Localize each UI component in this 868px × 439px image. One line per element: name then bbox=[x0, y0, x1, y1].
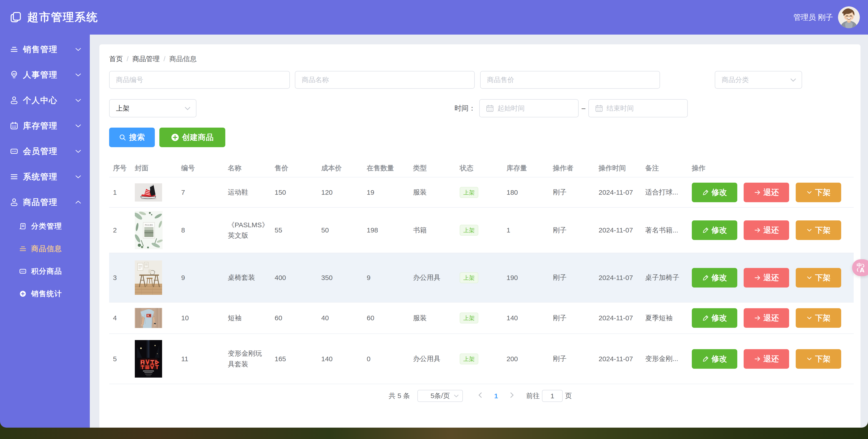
breadcrumb-item-2[interactable]: 商品信息 bbox=[169, 54, 197, 64]
table-header-row: 序号封面编号名称售价成本价在售数量类型状态库存量操作者操作时间备注操作 bbox=[109, 159, 854, 177]
sidebar-item-6[interactable]: 商品管理 bbox=[0, 189, 90, 215]
edit-icon bbox=[702, 189, 709, 196]
refund-button[interactable]: 退还 bbox=[744, 349, 789, 369]
product-name-input[interactable]: 商品名称 bbox=[295, 71, 475, 89]
column-header-11: 操作时间 bbox=[598, 159, 645, 177]
table-row-4: 4 10 短袖 60 40 60 服装 上架 140 刚子 2024-11-07… bbox=[109, 302, 854, 334]
sidebar-item-5[interactable]: 系统管理 bbox=[0, 164, 90, 189]
cell-status: 上架 bbox=[460, 253, 506, 302]
refund-button[interactable]: 退还 bbox=[744, 308, 789, 328]
sidebar-subitem-3[interactable]: 销售统计 bbox=[0, 283, 90, 305]
app-logo-icon bbox=[9, 11, 22, 24]
user-icon bbox=[9, 198, 19, 207]
arrow-right-icon bbox=[754, 315, 761, 321]
off-shelf-button[interactable]: 下架 bbox=[796, 221, 841, 240]
cell-index: 2 bbox=[109, 207, 135, 253]
admin-info[interactable]: 管理员 刚子 bbox=[794, 12, 833, 23]
end-date-input[interactable]: 结束时间 bbox=[588, 99, 688, 117]
page-size-select[interactable]: 5条/页 bbox=[417, 390, 463, 402]
cell-cover bbox=[135, 253, 181, 302]
cell-operator: 刚子 bbox=[553, 207, 598, 253]
column-header-1: 封面 bbox=[135, 159, 181, 177]
sidebar-subitem-1[interactable]: 商品信息 bbox=[0, 237, 90, 260]
sidebar-item-0[interactable]: 销售管理 bbox=[0, 37, 90, 62]
cell-cost: 40 bbox=[321, 302, 367, 334]
edit-button[interactable]: 修改 bbox=[692, 221, 737, 240]
avatar[interactable] bbox=[838, 6, 860, 28]
off-shelf-button[interactable]: 下架 bbox=[796, 308, 841, 328]
search-button[interactable]: 搜索 bbox=[109, 127, 155, 147]
products-table: 序号封面编号名称售价成本价在售数量类型状态库存量操作者操作时间备注操作 1 7 … bbox=[109, 159, 854, 384]
breadcrumb-item-1[interactable]: 商品管理 bbox=[132, 54, 160, 64]
sidebar-item-4[interactable]: 会员管理 bbox=[0, 139, 90, 164]
date-range-separator: – bbox=[579, 99, 588, 117]
calendar-icon bbox=[486, 105, 494, 112]
sidebar-item-3[interactable]: 库存管理 bbox=[0, 113, 90, 139]
table-row-3: 3 9 桌椅套装 400 350 9 办公用具 上架 190 刚子 2024-1… bbox=[109, 253, 854, 302]
brand: 超市管理系统 bbox=[9, 10, 98, 25]
cell-name: 《PASLMS》英文版 bbox=[228, 207, 275, 253]
svg-text:PSALMS: PSALMS bbox=[145, 224, 153, 226]
status-badge: 上架 bbox=[460, 313, 478, 323]
edit-icon bbox=[702, 274, 709, 281]
sidebar-item-2[interactable]: 个人中心 bbox=[0, 88, 90, 113]
translate-icon: 中 A bbox=[855, 262, 867, 274]
refund-button[interactable]: 退还 bbox=[744, 183, 789, 202]
arrow-right-icon bbox=[754, 355, 761, 362]
edit-button[interactable]: 修改 bbox=[692, 349, 737, 369]
status-select[interactable]: 上架 bbox=[109, 99, 196, 117]
cell-time: 2024-11-07 bbox=[598, 177, 645, 207]
product-code-input[interactable]: 商品编号 bbox=[109, 71, 290, 89]
cell-stock: 140 bbox=[506, 302, 553, 334]
sidebar-subitem-2[interactable]: 积分商品 bbox=[0, 260, 90, 283]
table-body: 1 7 运动鞋 150 120 19 服装 上架 180 刚子 2024-11-… bbox=[109, 177, 854, 384]
column-header-8: 状态 bbox=[460, 159, 506, 177]
list-lines-icon bbox=[9, 172, 19, 181]
cell-remark: 夏季短袖 bbox=[645, 302, 692, 334]
sidebar-subitem-0[interactable]: 分类管理 bbox=[0, 215, 90, 237]
start-date-input[interactable]: 起始时间 bbox=[479, 99, 579, 117]
calendar-icon bbox=[9, 121, 19, 130]
page-number-current[interactable]: 1 bbox=[492, 392, 501, 400]
chevron-down-icon bbox=[790, 78, 796, 82]
cell-qty: 0 bbox=[367, 334, 413, 384]
filter-row-2: 上架 时间： 起始时间 – 结束时间 bbox=[109, 99, 851, 117]
cell-index: 3 bbox=[109, 253, 135, 302]
app-title: 超市管理系统 bbox=[27, 10, 98, 25]
refund-button[interactable]: 退还 bbox=[744, 268, 789, 288]
goto-page-input[interactable]: 1 bbox=[542, 390, 563, 402]
chevron-down-icon bbox=[806, 356, 812, 362]
product-cover-image bbox=[135, 183, 181, 202]
edit-button[interactable]: 修改 bbox=[692, 268, 737, 288]
cell-stock: 1 bbox=[506, 207, 553, 253]
chevron-down-icon bbox=[454, 394, 459, 398]
product-price-input[interactable]: 商品售价 bbox=[480, 71, 660, 89]
create-product-button[interactable]: 创建商品 bbox=[159, 127, 225, 147]
cell-name: 变形金刚玩具套装 bbox=[228, 334, 275, 384]
cell-status: 上架 bbox=[460, 302, 506, 334]
column-header-13: 操作 bbox=[692, 159, 854, 177]
translate-widget-bubble[interactable]: 中 A bbox=[852, 259, 868, 276]
cell-type: 书籍 bbox=[413, 207, 460, 253]
cell-index: 5 bbox=[109, 334, 135, 384]
chevron-down-icon bbox=[806, 227, 812, 233]
cell-name: 短袖 bbox=[228, 302, 275, 334]
off-shelf-button[interactable]: 下架 bbox=[796, 268, 841, 288]
column-header-6: 在售数量 bbox=[367, 159, 413, 177]
edit-button[interactable]: 修改 bbox=[692, 183, 737, 202]
product-cover-image bbox=[135, 308, 181, 328]
off-shelf-button[interactable]: 下架 bbox=[796, 349, 841, 369]
breadcrumb-item-0[interactable]: 首页 bbox=[109, 54, 123, 64]
refund-button[interactable]: 退还 bbox=[744, 221, 789, 240]
product-cover-image: PSALMS bbox=[135, 211, 181, 249]
off-shelf-button[interactable]: 下架 bbox=[796, 183, 841, 202]
column-header-2: 编号 bbox=[181, 159, 228, 177]
sidebar-item-1[interactable]: AD 人事管理 bbox=[0, 62, 90, 88]
next-page-button[interactable] bbox=[507, 392, 517, 400]
cell-price: 55 bbox=[275, 207, 321, 253]
cell-operator: 刚子 bbox=[553, 177, 598, 207]
category-select[interactable]: 商品分类 bbox=[715, 71, 802, 89]
prev-page-button[interactable] bbox=[475, 392, 485, 400]
table-row-5: 5 11 变形金刚玩具套装 165 140 0 办公用具 上架 200 刚子 2… bbox=[109, 334, 854, 384]
edit-button[interactable]: 修改 bbox=[692, 308, 737, 328]
